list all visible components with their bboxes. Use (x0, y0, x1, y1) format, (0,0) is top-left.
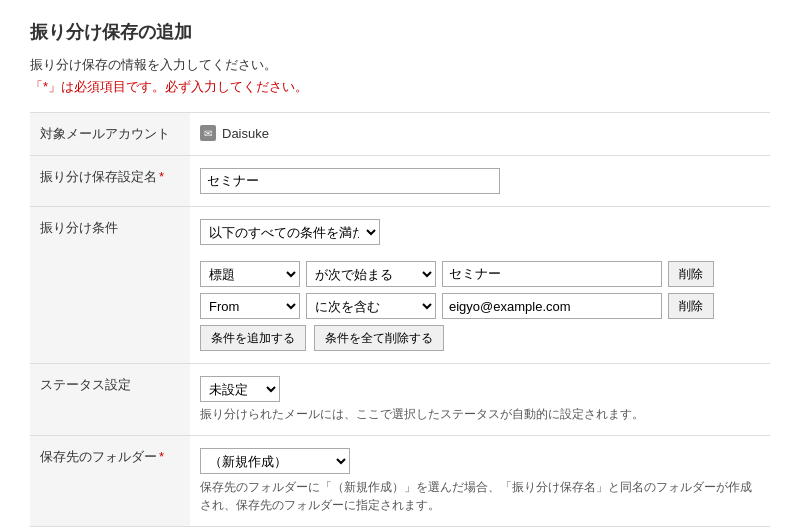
account-name: Daisuke (222, 126, 269, 141)
form-table: 対象メールアカウント Daisuke 振り分け保存設定名* 振り分け条件 以下の… (30, 112, 770, 527)
account-row: 対象メールアカウント Daisuke (30, 113, 770, 156)
condition-value: 以下のすべての条件を満たす 以下のいずれかの条件を満たす 標題 From To … (190, 207, 770, 364)
setting-name-label: 振り分け保存設定名* (30, 156, 190, 207)
folder-label: 保存先のフォルダー* (30, 436, 190, 527)
status-select[interactable]: 未設定 既読 未読 (200, 376, 280, 402)
required-note-text: 「*」は必須項目です。必ず入力してください。 (30, 79, 308, 94)
filter-field-select-1[interactable]: 標題 From To 件名 本文 (200, 261, 300, 287)
status-value: 未設定 既読 未読 振り分けられたメールには、ここで選択したステータスが自動的に… (190, 364, 770, 436)
page-description: 振り分け保存の情報を入力してください。 (30, 56, 770, 74)
filter-row-1: 標題 From To 件名 本文 が次で始まる に次を含む が次で終わる が次と… (200, 261, 760, 287)
required-note: 「*」は必須項目です。必ず入力してください。 (30, 78, 770, 96)
setting-name-value (190, 156, 770, 207)
filter-op-select-1[interactable]: が次で始まる に次を含む が次で終わる が次と等しい (306, 261, 436, 287)
status-label: ステータス設定 (30, 364, 190, 436)
folder-required-star: * (159, 449, 164, 464)
filter-value-input-1[interactable] (442, 261, 662, 287)
folder-value: （新規作成） 受信トレイ 送信済み 保存先のフォルダーに「（新規作成）」を選んだ… (190, 436, 770, 527)
condition-buttons: 条件を追加する 条件を全て削除する (200, 325, 760, 351)
page-title: 振り分け保存の追加 (30, 20, 770, 44)
status-row: ステータス設定 未設定 既読 未読 振り分けられたメールには、ここで選択したステ… (30, 364, 770, 436)
condition-row-main: 振り分け条件 以下のすべての条件を満たす 以下のいずれかの条件を満たす 標題 F… (30, 207, 770, 364)
filter-value-input-2[interactable] (442, 293, 662, 319)
filter-op-select-2[interactable]: が次で始まる に次を含む が次で終わる が次と等しい (306, 293, 436, 319)
delete-condition-1-button[interactable]: 削除 (668, 261, 714, 287)
folder-select[interactable]: （新規作成） 受信トレイ 送信済み (200, 448, 350, 474)
required-star: * (159, 169, 164, 184)
delete-condition-2-button[interactable]: 削除 (668, 293, 714, 319)
condition-type-select[interactable]: 以下のすべての条件を満たす 以下のいずれかの条件を満たす (200, 219, 380, 245)
setting-name-row: 振り分け保存設定名* (30, 156, 770, 207)
condition-label: 振り分け条件 (30, 207, 190, 364)
setting-name-input[interactable] (200, 168, 500, 194)
mail-icon (200, 125, 216, 141)
account-label: 対象メールアカウント (30, 113, 190, 156)
filter-field-select-2[interactable]: 標題 From To 件名 本文 (200, 293, 300, 319)
filter-row-2: 標題 From To 件名 本文 が次で始まる に次を含む が次で終わる が次と… (200, 293, 760, 319)
add-condition-button[interactable]: 条件を追加する (200, 325, 306, 351)
clear-conditions-button[interactable]: 条件を全て削除する (314, 325, 444, 351)
status-note: 振り分けられたメールには、ここで選択したステータスが自動的に設定されます。 (200, 406, 760, 423)
account-value: Daisuke (190, 113, 770, 156)
folder-note: 保存先のフォルダーに「（新規作成）」を選んだ場合、「振り分け保存名」と同名のフォ… (200, 478, 760, 514)
folder-row: 保存先のフォルダー* （新規作成） 受信トレイ 送信済み 保存先のフォルダーに「… (30, 436, 770, 527)
